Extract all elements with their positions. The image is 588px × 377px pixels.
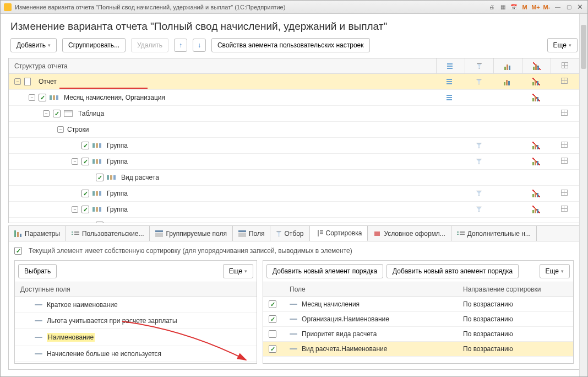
row-checkbox[interactable]: [39, 94, 46, 101]
add-auto-order-button[interactable]: Добавить новый авто элемент порядка: [386, 264, 519, 278]
move-down-button[interactable]: [193, 39, 206, 52]
tree-col-icon[interactable]: [522, 78, 551, 85]
tree-col-icon[interactable]: [493, 206, 522, 213]
tree-col-icon[interactable]: [551, 94, 579, 101]
order-direction[interactable]: По возрастанию: [463, 330, 568, 338]
available-field-row[interactable]: Льгота учитывается при расчете зарплаты: [15, 313, 257, 329]
close-icon[interactable]: ✕: [575, 3, 584, 12]
expander-icon[interactable]: −: [72, 206, 78, 213]
tree-col-icon[interactable]: [551, 190, 579, 197]
tree-col-icon[interactable]: [465, 142, 493, 149]
tree-col-icon[interactable]: [522, 206, 551, 213]
tree-col-icon[interactable]: [465, 110, 493, 117]
avail-more-button[interactable]: Еще▾: [223, 264, 253, 278]
tree-row[interactable]: −Таблица: [9, 106, 579, 122]
tree-col-icon[interactable]: [551, 158, 579, 165]
scroll-thumb[interactable]: [581, 25, 586, 69]
avail-body[interactable]: Краткое наименованиеЛьгота учитывается п…: [15, 297, 257, 363]
order-row[interactable]: Вид расчета.НаименованиеПо возрастанию: [263, 342, 573, 357]
tree-col-icon[interactable]: [493, 142, 522, 149]
tree-row[interactable]: −Группа: [9, 202, 579, 218]
tree-col-icon[interactable]: [436, 142, 465, 149]
order-direction[interactable]: По возрастанию: [463, 315, 568, 323]
tree-row[interactable]: −Группа: [9, 154, 579, 170]
available-field-row[interactable]: Наименование: [15, 329, 257, 346]
order-row[interactable]: Месяц начисленияПо возрастанию: [263, 297, 573, 312]
more-button[interactable]: Еще▾: [547, 38, 578, 52]
tree-col-icon[interactable]: [522, 110, 551, 117]
tree-col-icon[interactable]: [465, 78, 493, 85]
tree-col-icon[interactable]: [436, 94, 465, 101]
tab-Параметры[interactable]: Параметры: [9, 226, 66, 241]
expander-icon[interactable]: −: [29, 94, 35, 101]
row-checkbox[interactable]: [81, 190, 89, 197]
tree-col-icon[interactable]: [465, 94, 493, 101]
tree-col-icon[interactable]: [551, 78, 579, 85]
row-checkbox[interactable]: [53, 110, 61, 117]
tree-col-icon[interactable]: [522, 142, 551, 149]
vertical-scrollbar[interactable]: [579, 14, 587, 376]
tree-col-icon[interactable]: [436, 190, 465, 197]
move-up-button[interactable]: [174, 39, 187, 52]
order-direction[interactable]: По возрастанию: [463, 345, 568, 353]
tree-col-icon[interactable]: [493, 94, 522, 101]
tab-Поля[interactable]: Поля: [233, 226, 271, 241]
mem-mplus-button[interactable]: M+: [531, 3, 540, 12]
tree-row[interactable]: Вид расчета: [9, 218, 579, 223]
hcol-appearance-icon[interactable]: [522, 58, 551, 74]
tree-row[interactable]: −Месяц начисления, Организация: [9, 90, 579, 106]
tree-col-icon[interactable]: [522, 94, 551, 101]
tab-Группируемые поля[interactable]: Группируемые поля: [150, 226, 232, 241]
tree-col-icon[interactable]: [465, 206, 493, 213]
tree-col-icon[interactable]: [465, 158, 493, 165]
row-checkbox[interactable]: [96, 174, 104, 181]
expander-icon[interactable]: −: [72, 158, 78, 165]
available-field-row[interactable]: Краткое наименование: [15, 297, 257, 313]
tree-row[interactable]: Вид расчета: [9, 170, 579, 186]
calendar-icon[interactable]: 📅: [509, 3, 518, 12]
available-field-row[interactable]: Начисляется в целом за месяц: [15, 362, 257, 363]
tab-Пользовательские...[interactable]: Пользовательские...: [66, 226, 150, 241]
tree-col-icon[interactable]: [493, 78, 522, 85]
hcol-grid-icon[interactable]: [551, 58, 579, 74]
tree-col-icon[interactable]: [465, 190, 493, 197]
mem-mminus-button[interactable]: M-: [542, 3, 551, 12]
order-more-button[interactable]: Еще▾: [540, 264, 570, 278]
tree-col-icon[interactable]: [551, 142, 579, 149]
user-settings-props-button[interactable]: Свойства элемента пользовательских настр…: [211, 38, 370, 52]
mem-m-button[interactable]: M: [520, 3, 529, 12]
tree-col-icon[interactable]: [522, 158, 551, 165]
tree-col-icon[interactable]: [522, 190, 551, 197]
own-sort-checkbox[interactable]: [14, 247, 22, 255]
hcol-chart-icon[interactable]: [493, 58, 522, 74]
tree-col-icon[interactable]: [436, 158, 465, 165]
order-row[interactable]: Организация.НаименованиеПо возрастанию: [263, 312, 573, 327]
hcol-fields-icon[interactable]: [436, 58, 465, 74]
tree-col-icon[interactable]: [551, 110, 579, 117]
structure-body[interactable]: −Отчет−Месяц начисления, Организация−Таб…: [9, 74, 579, 223]
tab-Условное оформл...[interactable]: Условное оформл...: [368, 226, 451, 241]
order-checkbox[interactable]: [269, 300, 276, 308]
expander-icon[interactable]: −: [57, 126, 64, 133]
tree-col-icon[interactable]: [493, 158, 522, 165]
order-row[interactable]: Приоритет вида расчетаПо возрастанию: [263, 327, 573, 342]
tree-row[interactable]: −Строки: [9, 122, 579, 138]
tab-Дополнительные н...[interactable]: Дополнительные н...: [451, 226, 537, 241]
tab-Отбор[interactable]: Отбор: [270, 226, 309, 241]
tree-col-icon[interactable]: [493, 190, 522, 197]
tree-col-icon[interactable]: [436, 206, 465, 213]
maximize-icon[interactable]: ▢: [564, 3, 573, 12]
print-icon[interactable]: 🖨: [487, 3, 496, 12]
minimize-icon[interactable]: —: [553, 3, 562, 12]
add-order-button[interactable]: Добавить новый элемент порядка: [266, 264, 383, 278]
tree-row[interactable]: Группа: [9, 138, 579, 154]
calc-icon[interactable]: ▦: [498, 3, 507, 12]
row-checkbox[interactable]: [81, 158, 89, 165]
delete-button[interactable]: Удалить: [131, 38, 168, 52]
row-checkbox[interactable]: [96, 222, 104, 223]
order-body[interactable]: Месяц начисленияПо возрастаниюОрганизаци…: [263, 297, 573, 363]
group-button[interactable]: Сгруппировать...: [62, 38, 126, 52]
row-checkbox[interactable]: [81, 206, 89, 213]
order-direction[interactable]: По возрастанию: [463, 300, 568, 308]
tree-col-icon[interactable]: [551, 206, 579, 213]
